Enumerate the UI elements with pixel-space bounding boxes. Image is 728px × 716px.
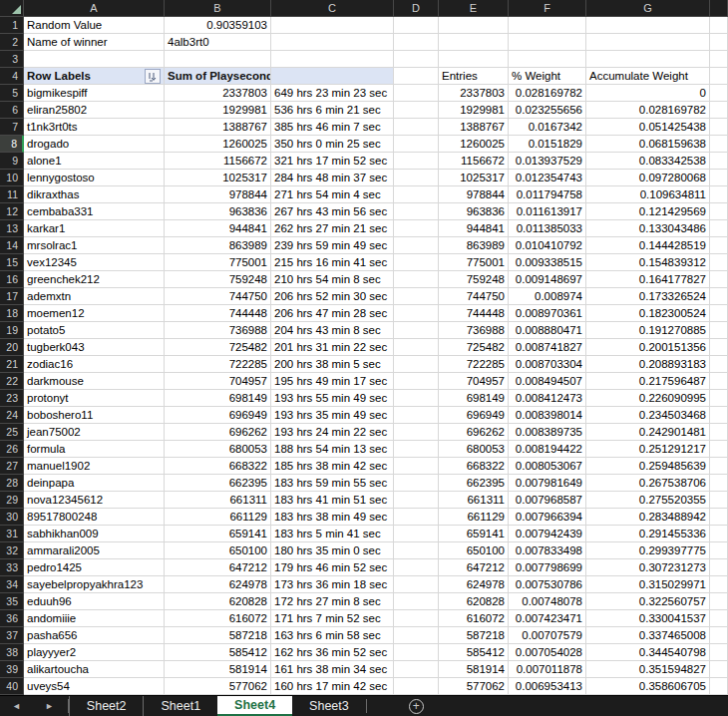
row-header-39[interactable]: 39	[0, 661, 24, 678]
accumulate-weight-cell[interactable]: 0.208893183	[586, 356, 710, 373]
sum-playseconds-cell[interactable]: 661311	[165, 492, 271, 509]
accumulate-weight-cell[interactable]: 0.191270885	[586, 322, 710, 339]
accumulate-weight-cell[interactable]: 0.275520355	[586, 492, 710, 509]
sum-playseconds-cell[interactable]: 647212	[165, 559, 271, 576]
player-name-cell[interactable]: sayebelpropyakhra123	[24, 576, 165, 593]
empty-cell-d[interactable]	[394, 627, 439, 644]
weight-cell[interactable]: 0.007833498	[509, 542, 586, 559]
accumulate-weight-cell[interactable]: 0.291455336	[586, 526, 710, 542]
empty-cell-d[interactable]	[394, 356, 439, 373]
entries-cell[interactable]: 647212	[439, 559, 509, 576]
sum-playseconds-cell[interactable]: 775001	[165, 254, 271, 271]
empty-cell-d[interactable]	[394, 237, 439, 254]
sheet-tab-sheet3[interactable]: Sheet3	[292, 696, 366, 716]
accumulate-weight-cell[interactable]: 0.259485639	[586, 458, 710, 475]
empty-cell-d[interactable]	[394, 441, 439, 458]
player-name-cell[interactable]: sabhikhan009	[24, 526, 165, 542]
player-name-cell[interactable]: nova12345612	[24, 492, 165, 509]
row-header-22[interactable]: 22	[0, 373, 24, 390]
duration-cell[interactable]: 193 hrs 55 min 49 sec	[271, 390, 394, 407]
accumulate-weight-cell[interactable]: 0.307231273	[586, 559, 710, 576]
pivot-row-labels-header[interactable]: Row Labels	[24, 68, 165, 85]
empty-cell-d[interactable]	[394, 220, 439, 237]
entries-cell[interactable]: 1260025	[439, 136, 509, 153]
player-name-cell[interactable]: ammarali2005	[24, 542, 165, 559]
sum-playseconds-cell[interactable]: 1388767	[165, 119, 271, 136]
player-name-cell[interactable]: darkmouse	[24, 373, 165, 390]
row-header-11[interactable]: 11	[0, 186, 24, 203]
empty-cell-d[interactable]	[394, 186, 439, 203]
row-header-35[interactable]: 35	[0, 593, 24, 610]
weight-cell[interactable]: 0.011613917	[509, 203, 586, 220]
entries-cell[interactable]: 616072	[439, 610, 509, 627]
weight-cell[interactable]: 0.008970361	[509, 305, 586, 322]
next-sheet-arrow-icon[interactable]: ►	[45, 702, 54, 711]
entries-cell[interactable]: 863989	[439, 237, 509, 254]
column-header-g[interactable]: G	[586, 0, 710, 17]
add-sheet-button[interactable]: +	[409, 696, 424, 716]
accumulate-weight-cell[interactable]: 0.299397775	[586, 542, 710, 559]
entries-cell[interactable]: 587218	[439, 627, 509, 644]
sum-playseconds-cell[interactable]: 863989	[165, 237, 271, 254]
weight-cell[interactable]: 0.007966394	[509, 509, 586, 526]
player-name-cell[interactable]: jean75002	[24, 424, 165, 441]
cell-g1[interactable]	[586, 17, 710, 34]
player-name-cell[interactable]: moemen12	[24, 305, 165, 322]
cell-f3[interactable]	[509, 51, 586, 68]
duration-cell[interactable]: 185 hrs 38 min 42 sec	[271, 458, 394, 475]
sum-playseconds-cell[interactable]: 620828	[165, 593, 271, 610]
cell-c1[interactable]	[271, 17, 394, 34]
duration-cell[interactable]: 183 hrs 41 min 51 sec	[271, 492, 394, 509]
empty-cell-d[interactable]	[394, 373, 439, 390]
sheet-tab-sheet4[interactable]: Sheet4	[217, 696, 292, 716]
weight-cell[interactable]: 0.008494507	[509, 373, 586, 390]
weight-cell[interactable]: 0.011385033	[509, 220, 586, 237]
entries-cell[interactable]: 662395	[439, 475, 509, 492]
select-all-button[interactable]	[0, 0, 24, 17]
duration-cell[interactable]: 193 hrs 24 min 22 sec	[271, 424, 394, 441]
entries-cell[interactable]: 704957	[439, 373, 509, 390]
sum-playseconds-cell[interactable]: 585412	[165, 644, 271, 661]
row-header-2[interactable]: 2	[0, 34, 24, 51]
empty-cell-d[interactable]	[394, 153, 439, 170]
player-name-cell[interactable]: zodiac16	[24, 356, 165, 373]
sum-playseconds-cell[interactable]: 659141	[165, 526, 271, 542]
row-header-8[interactable]: 8	[0, 136, 24, 153]
prev-sheet-arrow-icon[interactable]: ◄	[12, 702, 21, 711]
weight-cell[interactable]: 0.008412473	[509, 390, 586, 407]
cell-d3[interactable]	[394, 51, 439, 68]
duration-cell[interactable]: 284 hrs 48 min 37 sec	[271, 170, 394, 186]
weight-cell[interactable]: 0.009148697	[509, 271, 586, 288]
row-header-3[interactable]: 3	[0, 51, 24, 68]
weight-cell[interactable]: 0.006953413	[509, 678, 586, 695]
cell-a1-random-value-label[interactable]: Random Value	[24, 17, 165, 34]
duration-cell[interactable]: 536 hrs 6 min 21 sec	[271, 102, 394, 119]
pivot-sum-header[interactable]: Sum of Playseconds	[165, 68, 271, 85]
row-header-24[interactable]: 24	[0, 407, 24, 424]
player-name-cell[interactable]: formula	[24, 441, 165, 458]
empty-cell-d[interactable]	[394, 271, 439, 288]
entries-cell[interactable]: 680053	[439, 441, 509, 458]
accumulate-weight-cell[interactable]: 0.351594827	[586, 661, 710, 678]
row-header-20[interactable]: 20	[0, 339, 24, 356]
row-header-32[interactable]: 32	[0, 542, 24, 559]
weight-cell[interactable]: 0.007942439	[509, 526, 586, 542]
sum-playseconds-cell[interactable]: 616072	[165, 610, 271, 627]
sum-playseconds-cell[interactable]: 704957	[165, 373, 271, 390]
empty-cell-d[interactable]	[394, 136, 439, 153]
weight-cell[interactable]: 0.008974	[509, 288, 586, 305]
duration-cell[interactable]: 350 hrs 0 min 25 sec	[271, 136, 394, 153]
weight-cell[interactable]: 0.008398014	[509, 407, 586, 424]
accumulate-weight-cell[interactable]: 0.337465008	[586, 627, 710, 644]
player-name-cell[interactable]: protonyt	[24, 390, 165, 407]
accumulate-weight-cell[interactable]: 0.144428519	[586, 237, 710, 254]
player-name-cell[interactable]: lennygostoso	[24, 170, 165, 186]
row-header-18[interactable]: 18	[0, 305, 24, 322]
entries-cell[interactable]: 698149	[439, 390, 509, 407]
entries-cell[interactable]: 2337803	[439, 85, 509, 102]
player-name-cell[interactable]: manuel1902	[24, 458, 165, 475]
cell-b3[interactable]	[165, 51, 271, 68]
row-header-33[interactable]: 33	[0, 559, 24, 576]
sum-playseconds-cell[interactable]: 722285	[165, 356, 271, 373]
cell-d2[interactable]	[394, 34, 439, 51]
